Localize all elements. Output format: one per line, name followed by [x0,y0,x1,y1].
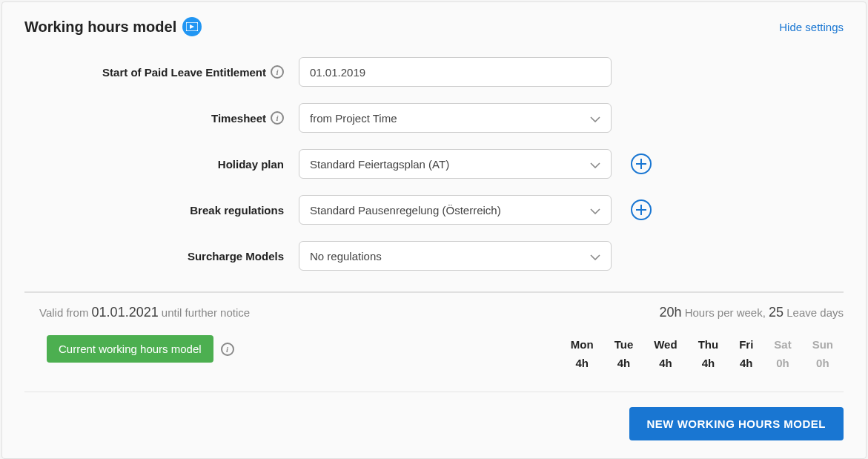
hours-label: Hours per week, [685,306,766,319]
leave-label: Leave days [786,306,844,319]
day-hours: 4h [729,354,763,372]
summary-text: 20h Hours per week, 25 Leave days [659,305,844,320]
current-model-badge: Current working hours model [47,335,213,363]
day-header: Wed [643,335,687,354]
day-hours: 4h [604,354,644,372]
valid-from-date: 01.01.2021 [92,305,159,320]
day-hours: 0h [802,354,844,372]
day-header: Tue [604,335,644,354]
new-working-hours-button[interactable]: NEW WORKING HOURS MODEL [629,407,844,440]
day-header: Sat [763,335,801,354]
chevron-down-icon [590,158,600,171]
holiday-plan-select[interactable]: Standard Feiertagsplan (AT) [299,149,612,179]
chevron-down-icon [590,112,600,125]
break-regulations-value: Standard Pausenregelung (Österreich) [310,204,501,217]
timesheet-label: Timesheet [211,112,266,125]
day-header: Fri [729,335,763,354]
hide-settings-link[interactable]: Hide settings [779,21,844,33]
holiday-plan-label: Holiday plan [218,158,284,171]
paid-leave-label: Start of Paid Leave Entitlement [102,66,266,79]
svg-marker-1 [190,24,194,29]
day-hours: 4h [643,354,687,372]
surcharge-value: No regulations [310,250,382,262]
add-holiday-plan-button[interactable] [631,153,652,174]
page-title: Working hours model [24,19,176,36]
day-hours: 4h [560,354,604,372]
week-hours-table: Mon Tue Wed Thu Fri Sat Sun 4h 4h 4h 4h … [560,335,844,372]
divider [24,291,844,293]
info-icon[interactable]: i [271,65,284,79]
paid-leave-value: 01.01.2019 [310,66,365,79]
valid-from-text: Valid from 01.01.2021 until further noti… [39,305,250,320]
chevron-down-icon [590,204,600,217]
info-icon[interactable]: i [221,343,234,356]
video-help-icon[interactable] [182,17,202,36]
holiday-plan-value: Standard Feiertagsplan (AT) [310,158,449,171]
timesheet-select[interactable]: from Project Time [299,103,612,133]
chevron-down-icon [590,250,600,262]
timesheet-value: from Project Time [310,112,397,125]
surcharge-label: Surcharge Models [188,250,284,262]
day-header: Thu [688,335,729,354]
info-icon[interactable]: i [271,111,284,125]
valid-until-label: until further notice [162,306,250,319]
day-header: Sun [802,335,844,354]
divider [24,392,844,392]
day-hours: 0h [763,354,801,372]
add-break-regulation-button[interactable] [631,199,652,220]
leave-value: 25 [769,305,783,320]
valid-from-label: Valid from [39,306,88,319]
paid-leave-input[interactable]: 01.01.2019 [299,57,612,87]
day-hours: 4h [688,354,729,372]
break-regulations-select[interactable]: Standard Pausenregelung (Österreich) [299,195,612,225]
break-regulations-label: Break regulations [190,204,284,217]
surcharge-select[interactable]: No regulations [299,241,612,271]
hours-value: 20h [659,305,681,320]
day-header: Mon [560,335,604,354]
